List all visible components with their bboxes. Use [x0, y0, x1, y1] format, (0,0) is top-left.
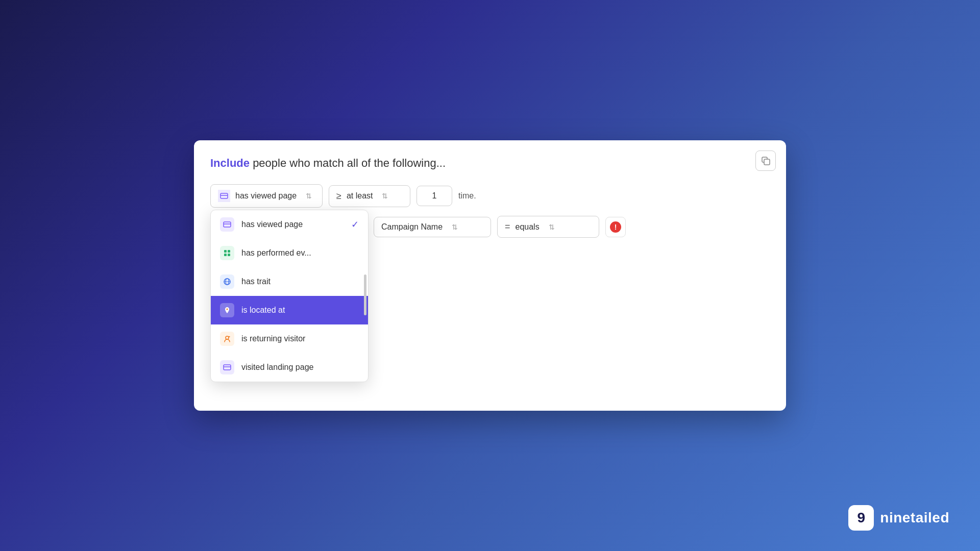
dropdown-item-is-returning-visitor[interactable]: is returning visitor: [211, 324, 368, 353]
equals-select[interactable]: = equals ⇅: [497, 216, 599, 238]
header-suffix: people who match all of the following...: [250, 157, 446, 169]
has-trait-icon: [220, 274, 234, 289]
equals-label: equals: [516, 222, 540, 232]
svg-rect-1: [220, 193, 228, 198]
has-viewed-page-icon: [220, 217, 234, 232]
has-performed-event-icon: [220, 246, 234, 260]
main-select-arrows: ⇅: [306, 192, 312, 200]
error-dot: !: [610, 221, 621, 233]
dropdown-item-visited-landing-page[interactable]: visited landing page: [211, 353, 368, 382]
svg-rect-5: [224, 250, 227, 253]
dropdown-item-has-viewed-page[interactable]: has viewed page ✓: [211, 210, 368, 239]
is-returning-visitor-icon: [220, 332, 234, 346]
filter-row-2: Campaign Name ⇅ = equals ⇅ !: [374, 216, 770, 238]
logo-text: ninetailed: [880, 510, 949, 526]
dropdown-item-has-performed-event[interactable]: has performed ev...: [211, 239, 368, 267]
main-select[interactable]: has viewed page ⇅: [210, 184, 323, 208]
visited-landing-page-icon: [220, 360, 234, 374]
dropdown-menu: has viewed page ✓ has performed ev...: [210, 210, 369, 382]
operator-label: at least: [347, 191, 373, 201]
scrollbar-thumb[interactable]: [364, 274, 366, 315]
scrollbar-area: [364, 231, 366, 377]
dropdown-item-label: is located at: [241, 306, 285, 315]
main-panel: Include people who match all of the foll…: [194, 140, 786, 411]
card-icon: [218, 190, 230, 202]
logo-icon: 9: [848, 505, 874, 531]
svg-point-12: [227, 309, 228, 310]
eq-symbol: =: [505, 221, 510, 232]
svg-rect-3: [224, 222, 231, 227]
campaign-arrows: ⇅: [452, 223, 458, 231]
dropdown-item-label: visited landing page: [241, 363, 313, 372]
ninetailed-logo: 9 ninetailed: [848, 505, 949, 531]
copy-button[interactable]: [755, 151, 776, 171]
svg-point-13: [226, 336, 229, 339]
ge-symbol: ≥: [336, 191, 341, 202]
check-mark: ✓: [351, 219, 359, 230]
campaign-select-label: Campaign Name: [381, 222, 443, 232]
logo-icon-text: 9: [857, 510, 866, 526]
dropdown-item-label: has performed ev...: [241, 248, 311, 258]
dropdown-item-has-trait[interactable]: has trait: [211, 267, 368, 296]
dropdown-item-label: has viewed page: [241, 220, 303, 229]
campaign-select[interactable]: Campaign Name ⇅: [374, 217, 491, 237]
error-symbol: !: [615, 223, 617, 231]
operator-arrows: ⇅: [382, 192, 388, 200]
panel-header: Include people who match all of the foll…: [210, 157, 770, 170]
time-label: time.: [458, 191, 476, 201]
header-highlight: Include: [210, 157, 250, 169]
dropdown-item-label: has trait: [241, 277, 271, 286]
number-input[interactable]: [416, 186, 452, 206]
dropdown-item-is-located-at[interactable]: is located at: [211, 296, 368, 324]
is-located-at-icon: [220, 303, 234, 317]
svg-rect-14: [224, 365, 231, 370]
svg-rect-6: [228, 250, 230, 253]
svg-rect-0: [764, 159, 770, 165]
svg-rect-7: [224, 254, 227, 256]
error-icon[interactable]: !: [605, 217, 626, 237]
main-select-container: has viewed page ⇅ has viewed page: [210, 184, 323, 208]
svg-rect-8: [228, 254, 230, 256]
filter-row-1: has viewed page ⇅ has viewed page: [210, 184, 770, 208]
operator-select[interactable]: ≥ at least ⇅: [329, 185, 410, 207]
main-select-label: has viewed page: [235, 191, 297, 201]
dropdown-item-label: is returning visitor: [241, 334, 305, 343]
equals-arrows: ⇅: [549, 223, 555, 231]
